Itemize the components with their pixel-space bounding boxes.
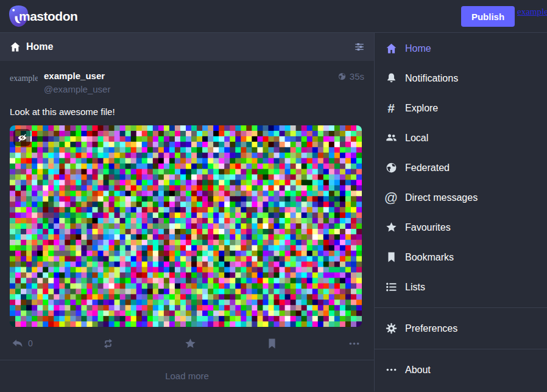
sidebar-item-bookmarks[interactable]: Bookmarks bbox=[375, 242, 547, 272]
reply-icon bbox=[11, 337, 24, 350]
status-meta[interactable]: 35s bbox=[337, 69, 364, 82]
star-icon bbox=[184, 337, 197, 350]
status-action-bar: 0 bbox=[10, 327, 364, 360]
sidebar-item-lists[interactable]: Lists bbox=[375, 272, 547, 302]
status-header: example_user example_user @example_user … bbox=[10, 69, 364, 97]
sidebar-item-about[interactable]: About bbox=[375, 355, 547, 385]
sidebar-item-federated[interactable]: Federated bbox=[375, 153, 547, 183]
mastodon-logo[interactable]: mastodon bbox=[9, 5, 77, 27]
display-name: example_user bbox=[44, 69, 337, 83]
more-button[interactable] bbox=[348, 337, 361, 350]
main-layout: Home example_user example_user @example_… bbox=[0, 33, 547, 391]
sidebar-item-notifications[interactable]: Notifications bbox=[375, 63, 547, 93]
visibility-globe-icon bbox=[337, 72, 347, 81]
logo-wordmark: mastodon bbox=[19, 9, 77, 24]
timestamp: 35s bbox=[350, 71, 364, 82]
account-names[interactable]: example_user @example_user bbox=[44, 69, 337, 96]
column-title: Home bbox=[26, 41, 354, 52]
sidebar-item-explore[interactable]: # Explore bbox=[375, 93, 547, 123]
sidebar-item-direct-messages[interactable]: @ Direct messages bbox=[375, 183, 547, 212]
bookmark-button[interactable] bbox=[266, 337, 278, 350]
status-content: Look at this awesome file! bbox=[10, 106, 364, 118]
sidebar-item-label: Explore bbox=[405, 103, 438, 114]
media-attachment[interactable] bbox=[10, 125, 362, 327]
home-icon bbox=[384, 41, 398, 56]
sidebar-item-label: Direct messages bbox=[405, 192, 478, 203]
sidebar-item-favourites[interactable]: Favourites bbox=[375, 212, 547, 242]
sidebar-item-preferences[interactable]: Preferences bbox=[375, 313, 547, 343]
sidebar-item-label: Federated bbox=[405, 163, 450, 173]
sidebar-divider bbox=[375, 349, 547, 349]
bookmark-icon bbox=[266, 337, 278, 350]
top-bar: mastodon Publish example_user bbox=[0, 0, 547, 33]
attachment-image[interactable] bbox=[10, 125, 362, 327]
sidebar-item-label: Preferences bbox=[405, 323, 457, 334]
sidebar-item-home[interactable]: Home bbox=[375, 33, 547, 63]
globe-icon bbox=[384, 161, 398, 175]
bell-icon bbox=[384, 71, 398, 86]
sidebar-item-label: About bbox=[405, 365, 431, 376]
list-icon bbox=[384, 280, 398, 295]
sidebar-divider bbox=[375, 307, 547, 308]
boost-icon bbox=[102, 337, 115, 350]
corner-user-link[interactable]: example_user bbox=[517, 7, 547, 17]
reply-button[interactable]: 0 bbox=[11, 337, 33, 350]
media-hide-button[interactable] bbox=[13, 129, 30, 146]
navigation-sidebar: Home Notifications # Explore Local bbox=[374, 33, 547, 391]
ellipsis-icon bbox=[384, 363, 398, 377]
home-icon bbox=[9, 41, 21, 53]
gear-icon bbox=[384, 321, 398, 336]
sidebar-item-label: Home bbox=[405, 43, 431, 54]
sidebar-item-label: Local bbox=[405, 133, 428, 144]
sidebar-item-label: Bookmarks bbox=[405, 252, 454, 263]
column-header[interactable]: Home bbox=[0, 33, 374, 61]
sidebar-item-label: Lists bbox=[405, 282, 425, 293]
favourite-button[interactable] bbox=[184, 337, 197, 350]
avatar[interactable]: example_user bbox=[10, 69, 38, 97]
boost-button[interactable] bbox=[102, 337, 115, 350]
at-icon: @ bbox=[384, 191, 398, 205]
hashtag-icon: # bbox=[384, 101, 398, 116]
sidebar-item-label: Notifications bbox=[405, 73, 458, 84]
column-settings-icon[interactable] bbox=[354, 41, 365, 52]
home-timeline-column: Home example_user example_user @example_… bbox=[0, 33, 374, 391]
sidebar-item-local[interactable]: Local bbox=[375, 123, 547, 153]
reply-count: 0 bbox=[28, 338, 33, 348]
eye-slash-icon bbox=[17, 133, 27, 143]
sidebar-item-label: Favourites bbox=[405, 222, 451, 233]
account-handle: @example_user bbox=[44, 83, 337, 96]
ellipsis-icon bbox=[348, 337, 361, 350]
star-icon bbox=[384, 220, 398, 235]
bookmark-icon bbox=[384, 250, 398, 265]
status: example_user example_user @example_user … bbox=[0, 61, 374, 360]
load-more-button[interactable]: Load more bbox=[0, 360, 374, 391]
users-icon bbox=[384, 131, 398, 145]
publish-button[interactable]: Publish bbox=[461, 6, 515, 27]
